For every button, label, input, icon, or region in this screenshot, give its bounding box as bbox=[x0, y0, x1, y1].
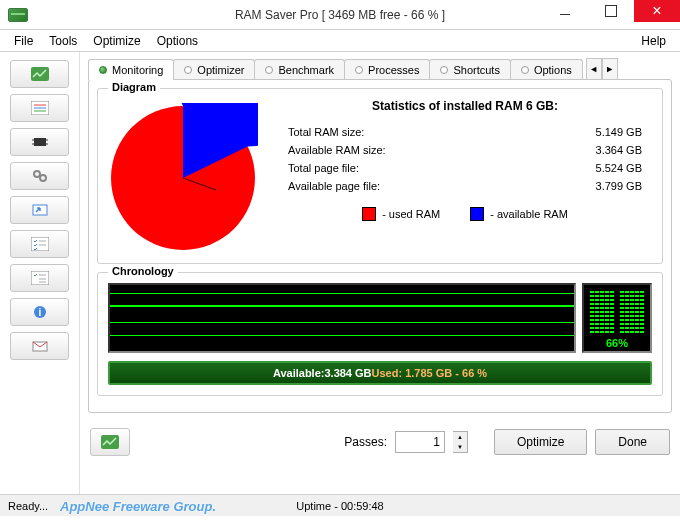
statusbar: Ready... AppNee Freeware Group. Uptime -… bbox=[0, 494, 680, 516]
diagram-group: Diagram Statistics of installed RAM 6 GB… bbox=[97, 88, 663, 264]
sidebar-gears-icon[interactable] bbox=[10, 162, 69, 190]
tab-scroll-right[interactable]: ► bbox=[602, 58, 618, 80]
done-button[interactable]: Done bbox=[595, 429, 670, 455]
tab-dot-icon bbox=[99, 66, 107, 74]
optimize-button[interactable]: Optimize bbox=[494, 429, 587, 455]
window-controls: × bbox=[542, 0, 680, 22]
tab-dot-icon bbox=[184, 66, 192, 74]
status-uptime: Uptime - 00:59:48 bbox=[0, 500, 680, 512]
svg-point-11 bbox=[40, 175, 46, 181]
chronology-group: Chronology 66% bbox=[97, 272, 663, 396]
tab-benchmark[interactable]: Benchmark bbox=[254, 59, 345, 80]
available-bar: Available: 3.384 GB Used: 1.785 GB - 66 … bbox=[108, 361, 652, 385]
stat-avail-ram: Available RAM size:3.364 GB bbox=[278, 141, 652, 159]
chronology-chart bbox=[108, 283, 576, 353]
passes-input[interactable] bbox=[395, 431, 445, 453]
sidebar-checklist-icon[interactable] bbox=[10, 230, 69, 258]
stat-total-page: Total page file:5.524 GB bbox=[278, 159, 652, 177]
tab-processes[interactable]: Processes bbox=[344, 59, 430, 80]
stats-title: Statistics of installed RAM 6 GB: bbox=[278, 99, 652, 113]
sidebar: i bbox=[0, 52, 80, 494]
stats-block: Statistics of installed RAM 6 GB: Total … bbox=[278, 99, 652, 253]
sidebar-list-icon[interactable] bbox=[10, 94, 69, 122]
legend-used: - used RAM bbox=[362, 207, 440, 221]
ram-pie-chart bbox=[108, 103, 258, 253]
svg-rect-0 bbox=[31, 67, 49, 81]
monitoring-panel: Diagram Statistics of installed RAM 6 GB… bbox=[88, 79, 672, 413]
close-button[interactable]: × bbox=[634, 0, 680, 22]
tab-label: Processes bbox=[368, 64, 419, 76]
menu-file[interactable]: File bbox=[6, 34, 41, 48]
menubar: File Tools Optimize Options Help bbox=[0, 30, 680, 52]
diagram-label: Diagram bbox=[108, 81, 160, 93]
tab-shortcuts[interactable]: Shortcuts bbox=[429, 59, 510, 80]
sidebar-info-icon[interactable]: i bbox=[10, 298, 69, 326]
svg-point-10 bbox=[34, 171, 40, 177]
menu-tools[interactable]: Tools bbox=[41, 34, 85, 48]
bottom-chart-icon[interactable] bbox=[90, 428, 130, 456]
tab-dot-icon bbox=[521, 66, 529, 74]
svg-text:i: i bbox=[38, 307, 41, 318]
tab-options[interactable]: Options bbox=[510, 59, 583, 80]
equalizer-percent: 66% bbox=[584, 337, 650, 349]
maximize-button[interactable] bbox=[588, 0, 634, 22]
menu-options[interactable]: Options bbox=[149, 34, 206, 48]
sidebar-monitoring-icon[interactable] bbox=[10, 60, 69, 88]
tab-dot-icon bbox=[440, 66, 448, 74]
passes-label: Passes: bbox=[344, 435, 387, 449]
chronology-label: Chronology bbox=[108, 265, 178, 277]
sidebar-shortcut-icon[interactable] bbox=[10, 196, 69, 224]
tab-optimizer[interactable]: Optimizer bbox=[173, 59, 255, 80]
swatch-avail-icon bbox=[470, 207, 484, 221]
tab-scroll: ◄ ► bbox=[586, 58, 618, 80]
titlebar: RAM Saver Pro [ 3469 MB free - 66 % ] × bbox=[0, 0, 680, 30]
sidebar-checklist2-icon[interactable] bbox=[10, 264, 69, 292]
svg-rect-13 bbox=[31, 237, 49, 251]
sidebar-chip-icon[interactable] bbox=[10, 128, 69, 156]
menu-help[interactable]: Help bbox=[633, 34, 674, 48]
sidebar-mail-icon[interactable] bbox=[10, 332, 69, 360]
menu-optimize[interactable]: Optimize bbox=[85, 34, 148, 48]
tab-label: Options bbox=[534, 64, 572, 76]
swatch-used-icon bbox=[362, 207, 376, 221]
legend-avail: - available RAM bbox=[470, 207, 568, 221]
stat-total-ram: Total RAM size:5.149 GB bbox=[278, 123, 652, 141]
tab-dot-icon bbox=[265, 66, 273, 74]
svg-rect-5 bbox=[34, 138, 46, 146]
tab-monitoring[interactable]: Monitoring bbox=[88, 59, 174, 80]
equalizer: 66% bbox=[582, 283, 652, 353]
svg-rect-16 bbox=[31, 271, 49, 285]
tabstrip: Monitoring Optimizer Benchmark Processes… bbox=[80, 52, 680, 80]
passes-spinner[interactable]: ▲▼ bbox=[453, 431, 468, 453]
tab-label: Monitoring bbox=[112, 64, 163, 76]
tab-label: Shortcuts bbox=[453, 64, 499, 76]
tab-label: Optimizer bbox=[197, 64, 244, 76]
svg-rect-24 bbox=[101, 435, 119, 449]
tab-dot-icon bbox=[355, 66, 363, 74]
minimize-button[interactable] bbox=[542, 0, 588, 22]
legend: - used RAM - available RAM bbox=[278, 207, 652, 221]
main-panel: Monitoring Optimizer Benchmark Processes… bbox=[80, 52, 680, 494]
bottom-bar: Passes: ▲▼ Optimize Done bbox=[80, 422, 680, 462]
stat-avail-page: Available page file:3.799 GB bbox=[278, 177, 652, 195]
tab-label: Benchmark bbox=[278, 64, 334, 76]
tab-scroll-left[interactable]: ◄ bbox=[586, 58, 602, 80]
